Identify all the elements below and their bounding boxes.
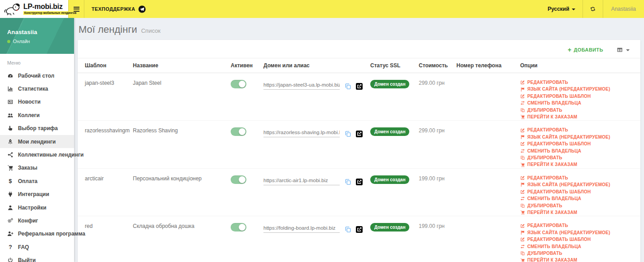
option-language-link[interactable]: ЯЗЫК САЙТА (НЕРЕДАКТИРУЕМОЕ) bbox=[520, 181, 637, 188]
menu-section-label: Меню bbox=[0, 54, 74, 69]
option-label: ПЕРЕЙТИ К ЗАКАЗАМ bbox=[527, 114, 577, 120]
collective-landings-icon bbox=[7, 152, 13, 158]
open-site-icon[interactable] bbox=[356, 83, 363, 90]
option-label: ДУБЛИРОВАТЬ bbox=[527, 107, 562, 114]
cell-price: 199.00 грн bbox=[415, 216, 453, 262]
sidebar-item-logout[interactable]: Выйти bbox=[0, 253, 74, 262]
copy-domain-icon[interactable] bbox=[345, 179, 351, 185]
app-logo[interactable]: LP-mobi.biz Конструктор мобильных лендин… bbox=[0, 0, 68, 18]
chevron-down-icon bbox=[572, 9, 575, 10]
copy-domain-icon[interactable] bbox=[345, 83, 351, 90]
option-duplicate-link[interactable]: ДУБЛИРОВАТЬ bbox=[520, 202, 637, 209]
cell-domain bbox=[260, 168, 367, 216]
ssl-status-badge: Домен создан bbox=[370, 223, 409, 231]
open-site-icon[interactable] bbox=[356, 179, 363, 185]
cell-active bbox=[227, 216, 260, 262]
sidebar-menu: Рабочий столСтатистикаНовостиКоллегиВыбо… bbox=[0, 69, 74, 262]
menu-toggle-button[interactable] bbox=[69, 0, 84, 18]
table-row: arcticairПерсональний кондиціонерДомен с… bbox=[78, 168, 640, 216]
sidebar-item-referral[interactable]: Реферальная программа bbox=[0, 227, 74, 240]
news-icon bbox=[7, 99, 13, 105]
sidebar-item-faq[interactable]: ?FAQ bbox=[0, 240, 74, 253]
sidebar-item-label: Выбор тарифа bbox=[18, 125, 58, 131]
option-edit-link[interactable]: РЕДАКТИРОВАТЬ bbox=[520, 175, 637, 181]
sidebar-item-orders[interactable]: Заказы bbox=[0, 162, 74, 175]
sidebar-item-collective-landings[interactable]: Коллективные лендинги bbox=[0, 148, 74, 161]
option-change-owner-link[interactable]: СМЕНИТЬ ВЛАДЕЛЬЦА bbox=[520, 148, 637, 154]
change-owner-icon bbox=[520, 196, 525, 201]
sidebar-item-payment[interactable]: $Оплата bbox=[0, 175, 74, 188]
option-edit-template-link[interactable]: РЕДАКТИРОВАТЬ ШАБЛОН bbox=[520, 236, 637, 243]
option-go-to-orders-link[interactable]: ПЕРЕЙТИ К ЗАКАЗАМ bbox=[520, 209, 637, 216]
sidebar-item-my-landings[interactable]: Мои лендинги bbox=[0, 135, 74, 148]
sidebar-item-settings[interactable]: Настройки bbox=[0, 201, 74, 214]
add-landing-button[interactable]: + ДОБАВИТЬ bbox=[568, 47, 603, 52]
option-duplicate-link[interactable]: ДУБЛИРОВАТЬ bbox=[520, 107, 637, 114]
colleagues-icon bbox=[7, 112, 13, 118]
option-change-owner-link[interactable]: СМЕНИТЬ ВЛАДЕЛЬЦА bbox=[520, 243, 637, 250]
edit-template-icon bbox=[520, 189, 525, 194]
option-edit-template-link[interactable]: РЕДАКТИРОВАТЬ ШАБЛОН bbox=[520, 140, 637, 147]
orders-icon bbox=[7, 165, 13, 171]
landing-name: Персональний кондиціонер bbox=[133, 175, 202, 182]
domain-input[interactable] bbox=[263, 82, 340, 90]
option-duplicate-link[interactable]: ДУБЛИРОВАТЬ bbox=[520, 154, 637, 161]
copy-domain-icon[interactable] bbox=[345, 226, 351, 233]
option-edit-link[interactable]: РЕДАКТИРОВАТЬ bbox=[520, 222, 637, 229]
active-toggle[interactable] bbox=[231, 127, 246, 136]
sidebar-item-label: Коллеги bbox=[18, 112, 40, 118]
active-toggle[interactable] bbox=[231, 223, 246, 231]
column-header: Шаблон bbox=[78, 58, 129, 73]
edit-icon bbox=[520, 80, 525, 85]
go-to-orders-icon bbox=[520, 162, 525, 167]
cell-active bbox=[227, 168, 260, 216]
sidebar-item-colleagues[interactable]: Коллеги bbox=[0, 109, 74, 122]
domain-input[interactable] bbox=[263, 225, 340, 233]
go-to-orders-icon bbox=[520, 210, 525, 215]
edit-icon bbox=[520, 223, 525, 228]
option-go-to-orders-link[interactable]: ПЕРЕЙТИ К ЗАКАЗАМ bbox=[520, 114, 637, 120]
open-site-icon[interactable] bbox=[356, 226, 363, 233]
cell-options: РЕДАКТИРОВАТЬЯЗЫК САЙТА (НЕРЕДАКТИРУЕМОЕ… bbox=[517, 73, 640, 121]
option-duplicate-link[interactable]: ДУБЛИРОВАТЬ bbox=[520, 250, 637, 257]
option-label: РЕДАКТИРОВАТЬ ШАБЛОН bbox=[527, 93, 591, 100]
statistics-icon bbox=[7, 86, 13, 92]
active-toggle[interactable] bbox=[231, 175, 246, 184]
refresh-button[interactable] bbox=[583, 0, 603, 18]
open-site-icon[interactable] bbox=[356, 131, 363, 137]
option-go-to-orders-link[interactable]: ПЕРЕЙТИ К ЗАКАЗАМ bbox=[520, 257, 637, 262]
language-dropdown[interactable]: Русский bbox=[540, 0, 583, 18]
copy-domain-icon[interactable] bbox=[345, 131, 351, 137]
tech-support-button[interactable]: ТЕХПОДДЕРЖКА bbox=[84, 0, 153, 18]
option-change-owner-link[interactable]: СМЕНИТЬ ВЛАДЕЛЬЦА bbox=[520, 100, 637, 106]
sidebar-item-config[interactable]: Конфиг bbox=[0, 214, 74, 227]
sidebar-item-dashboard[interactable]: Рабочий стол bbox=[0, 69, 74, 82]
sidebar-item-tariff[interactable]: Выбор тарифа bbox=[0, 122, 74, 135]
option-change-owner-link[interactable]: СМЕНИТЬ ВЛАДЕЛЬЦА bbox=[520, 195, 637, 202]
sidebar-item-news[interactable]: Новости bbox=[0, 96, 74, 109]
option-edit-link[interactable]: РЕДАКТИРОВАТЬ bbox=[520, 79, 637, 86]
sidebar-item-integrations[interactable]: Интеграции bbox=[0, 188, 74, 201]
option-edit-template-link[interactable]: РЕДАКТИРОВАТЬ ШАБЛОН bbox=[520, 93, 637, 100]
domain-input[interactable] bbox=[263, 178, 340, 185]
option-edit-link[interactable]: РЕДАКТИРОВАТЬ bbox=[520, 127, 637, 133]
option-language-link[interactable]: ЯЗЫК САЙТА (НЕРЕДАКТИРУЕМОЕ) bbox=[520, 134, 637, 140]
option-label: ЯЗЫК САЙТА (НЕРЕДАКТИРУЕМОЕ) bbox=[527, 229, 610, 236]
cell-template: japan-steel3 bbox=[78, 73, 129, 121]
cell-phone bbox=[453, 73, 517, 121]
option-edit-template-link[interactable]: РЕДАКТИРОВАТЬ ШАБЛОН bbox=[520, 188, 637, 195]
my-landings-icon bbox=[7, 139, 13, 145]
sidebar-item-statistics[interactable]: Статистика bbox=[0, 82, 74, 95]
column-header: Домен или алиас bbox=[260, 58, 367, 73]
domain-input[interactable] bbox=[263, 130, 340, 137]
cell-ssl: Домен создан bbox=[367, 216, 415, 262]
active-toggle[interactable] bbox=[231, 80, 246, 88]
option-go-to-orders-link[interactable]: ПЕРЕЙТИ К ЗАКАЗАМ bbox=[520, 161, 637, 168]
topbar-username[interactable]: Anastasiia bbox=[603, 0, 644, 18]
logout-icon bbox=[7, 257, 13, 262]
column-settings-dropdown[interactable] bbox=[617, 47, 630, 53]
language-icon bbox=[520, 230, 525, 235]
telegram-icon bbox=[138, 5, 146, 13]
option-language-link[interactable]: ЯЗЫК САЙТА (НЕРЕДАКТИРУЕМОЕ) bbox=[520, 86, 637, 92]
option-language-link[interactable]: ЯЗЫК САЙТА (НЕРЕДАКТИРУЕМОЕ) bbox=[520, 229, 637, 236]
